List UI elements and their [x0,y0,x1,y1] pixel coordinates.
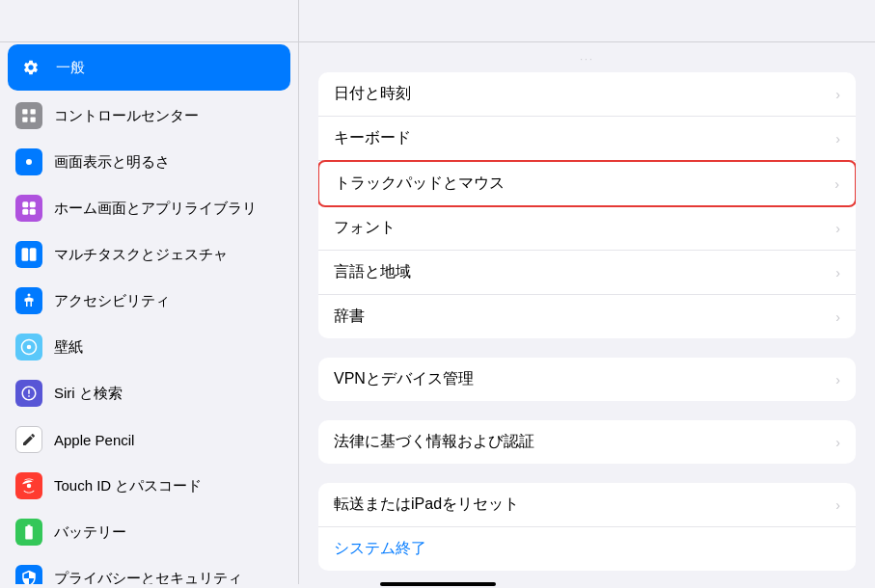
sidebar-icon-multitask [15,241,42,268]
settings-label-datetime: 日付と時刻 [334,84,828,104]
sidebar-icon-control-center [15,102,42,129]
svg-point-11 [28,294,31,297]
sidebar-icon-general [17,54,44,81]
sidebar-label-accessibility: アクセシビリティ [54,292,170,310]
svg-rect-1 [31,109,36,114]
top-header [0,0,875,42]
svg-rect-2 [22,118,27,122]
sidebar-item-battery[interactable]: バッテリー [0,509,298,555]
sidebar-icon-battery [15,519,42,546]
sidebar-item-control-center[interactable]: コントロールセンター [0,93,298,139]
svg-point-4 [26,159,32,165]
settings-row-transfer-reset[interactable]: 転送またはiPadをリセット› [318,483,856,527]
settings-label-trackpad: トラックパッドとマウス [335,174,827,194]
settings-row-trackpad[interactable]: トラックパッドとマウス› [318,160,856,207]
settings-group-group1: 日付と時刻›キーボード›トラックパッドとマウス›フォント›言語と地域›辞書› [318,72,856,338]
settings-label-language: 言語と地域 [334,262,828,282]
sidebar-item-accessibility[interactable]: アクセシビリティ [0,278,298,324]
chevron-icon-transfer-reset: › [835,497,840,513]
bottom-bar [0,584,875,588]
chevron-icon-datetime: › [835,87,840,102]
settings-row-dictionary[interactable]: 辞書› [318,295,856,338]
header-left [0,0,299,41]
settings-row-datetime[interactable]: 日付と時刻› [318,72,856,117]
main-content: 一般コントロールセンター画面表示と明るさホーム画面とアプリライブラリマルチタスク… [0,42,875,584]
sidebar: 一般コントロールセンター画面表示と明るさホーム画面とアプリライブラリマルチタスク… [0,42,299,584]
sidebar-label-touch-id: Touch ID とパスコード [54,477,202,495]
settings-row-fonts[interactable]: フォント› [318,206,856,251]
settings-group-group4: 転送またはiPadをリセット›システム終了 [318,483,856,571]
svg-point-13 [27,484,32,489]
svg-rect-10 [30,248,37,261]
chevron-icon-dictionary: › [835,309,840,325]
settings-label-legal: 法律に基づく情報および認証 [334,432,828,452]
settings-label-vpn: VPNとデバイス管理 [334,369,828,389]
right-panel: ··· 日付と時刻›キーボード›トラックパッドとマウス›フォント›言語と地域›辞… [299,42,875,584]
sidebar-icon-accessibility [15,287,42,314]
sidebar-item-home-screen[interactable]: ホーム画面とアプリライブラリ [0,185,298,231]
chevron-icon-language: › [835,265,840,281]
svg-rect-3 [31,118,36,122]
svg-rect-7 [22,209,28,215]
settings-row-legal[interactable]: 法律に基づく情報および認証› [318,420,856,464]
settings-row-vpn[interactable]: VPNとデバイス管理› [318,358,856,401]
svg-rect-9 [22,248,29,261]
svg-rect-5 [22,201,28,207]
sidebar-item-display[interactable]: 画面表示と明るさ [0,139,298,185]
chevron-icon-legal: › [835,435,840,450]
home-indicator [380,582,496,586]
chevron-icon-trackpad: › [834,176,839,192]
sidebar-item-wallpaper[interactable]: 壁紙 [0,324,298,370]
scroll-hint: ··· [318,50,856,72]
settings-group-group3: 法律に基づく情報および認証› [318,420,856,464]
sidebar-label-wallpaper: 壁紙 [54,338,83,357]
chevron-icon-vpn: › [835,372,840,388]
sidebar-label-multitask: マルチタスクとジェスチャ [54,246,228,264]
sidebar-label-general: 一般 [56,59,85,77]
header-right [299,0,875,41]
sidebar-icon-apple-pencil [15,426,42,453]
sidebar-label-control-center: コントロールセンター [54,107,199,125]
sidebar-label-siri: Siri と検索 [54,385,123,403]
sidebar-item-general[interactable]: 一般 [8,44,290,91]
sidebar-label-privacy: プライバシーとセキュリティ [54,570,242,585]
settings-label-keyboard: キーボード [334,128,828,148]
settings-label-fonts: フォント [334,218,828,238]
svg-point-12 [27,345,32,350]
sidebar-label-battery: バッテリー [54,523,126,542]
chevron-icon-fonts: › [835,221,840,236]
sidebar-icon-display [15,148,42,175]
sidebar-item-touch-id[interactable]: Touch ID とパスコード [0,463,298,509]
sidebar-icon-privacy [15,565,42,584]
chevron-icon-keyboard: › [835,131,840,147]
sidebar-icon-siri [15,380,42,407]
sidebar-label-apple-pencil: Apple Pencil [54,432,134,448]
sidebar-item-siri[interactable]: Siri と検索 [0,370,298,416]
settings-row-language[interactable]: 言語と地域› [318,251,856,295]
sidebar-item-privacy[interactable]: プライバシーとセキュリティ [0,555,298,584]
settings-row-shutdown[interactable]: システム終了 [318,527,856,571]
svg-rect-8 [30,209,36,215]
settings-label-transfer-reset: 転送またはiPadをリセット [334,494,828,515]
sidebar-icon-wallpaper [15,334,42,361]
sidebar-item-apple-pencil[interactable]: Apple Pencil [0,416,298,463]
sidebar-label-display: 画面表示と明るさ [54,153,170,172]
settings-label-dictionary: 辞書 [334,307,828,327]
svg-rect-6 [30,201,36,207]
sidebar-label-home-screen: ホーム画面とアプリライブラリ [54,200,257,218]
settings-group-group2: VPNとデバイス管理› [318,358,856,401]
settings-link-shutdown[interactable]: システム終了 [334,539,426,559]
sidebar-item-multitask[interactable]: マルチタスクとジェスチャ [0,231,298,278]
sidebar-icon-touch-id [15,472,42,499]
settings-row-keyboard[interactable]: キーボード› [318,117,856,161]
svg-rect-0 [22,109,27,114]
sidebar-icon-home-screen [15,195,42,222]
